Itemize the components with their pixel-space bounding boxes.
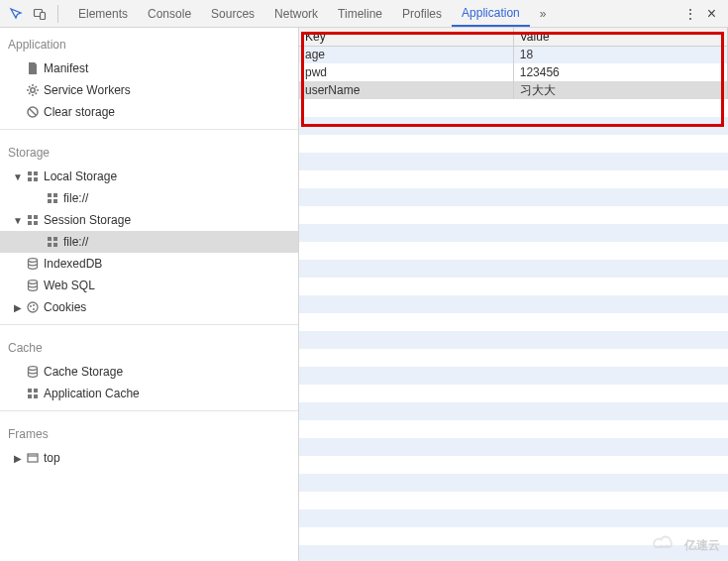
sidebar-item-local-storage[interactable]: ▼Local Storage (0, 166, 298, 187)
stripe-background (299, 28, 728, 561)
sidebar-item-label: IndexedDB (42, 257, 102, 271)
sidebar-item-label: top (42, 451, 60, 465)
sidebar-item-label: Session Storage (42, 213, 131, 227)
sidebar-item-application-cache[interactable]: Application Cache (0, 383, 298, 404)
grid-icon (44, 191, 61, 205)
cell-key[interactable]: userName (299, 81, 513, 99)
svg-point-26 (29, 367, 38, 371)
sidebar-item-label: file:// (61, 191, 88, 205)
separator (0, 410, 298, 411)
svg-rect-17 (53, 237, 57, 241)
db-icon (24, 257, 42, 271)
table-row[interactable]: userName习大大 (299, 81, 728, 99)
sidebar-item-cookies[interactable]: ▶Cookies (0, 296, 298, 318)
sidebar-item-label: Clear storage (42, 105, 115, 119)
sidebar-item-label: file:// (61, 235, 88, 249)
sidebar-item-web-sql[interactable]: Web SQL (0, 275, 298, 296)
tab-application[interactable]: Application (452, 0, 530, 27)
tab-network[interactable]: Network (264, 0, 328, 27)
inspect-element-icon[interactable] (6, 4, 26, 24)
svg-rect-29 (28, 394, 32, 398)
sidebar-group-header: Cache (0, 331, 298, 361)
table-row[interactable]: age18 (299, 46, 728, 63)
db-icon (24, 279, 42, 292)
grid-icon (24, 169, 42, 183)
svg-rect-5 (34, 171, 38, 175)
svg-point-22 (28, 302, 38, 312)
sidebar-item-session-storage[interactable]: ▼Session Storage (0, 209, 298, 231)
sidebar-item-file-[interactable]: file:// (0, 187, 298, 209)
tab-console[interactable]: Console (138, 0, 201, 27)
svg-point-24 (33, 304, 35, 306)
close-icon[interactable]: × (707, 5, 716, 23)
svg-rect-9 (53, 193, 57, 197)
sidebar-item-indexeddb[interactable]: IndexedDB (0, 253, 298, 275)
clear-icon (24, 105, 42, 119)
svg-rect-6 (28, 177, 32, 181)
svg-rect-4 (28, 171, 32, 175)
sidebar-item-label: Web SQL (42, 279, 95, 292)
sidebar-item-file-[interactable]: file:// (0, 231, 298, 253)
table-row[interactable]: pwd123456 (299, 63, 728, 81)
svg-rect-18 (48, 243, 52, 247)
separator (0, 129, 298, 130)
cookie-icon (24, 300, 42, 314)
svg-point-20 (29, 259, 38, 263)
sidebar-item-manifest[interactable]: Manifest (0, 57, 298, 79)
svg-point-23 (30, 305, 32, 307)
svg-rect-15 (34, 221, 38, 225)
tab-profiles[interactable]: Profiles (392, 0, 452, 27)
db-icon (24, 365, 42, 379)
separator (0, 324, 298, 325)
expand-arrow-icon[interactable]: ▼ (12, 215, 24, 226)
sidebar-item-clear-storage[interactable]: Clear storage (0, 101, 298, 123)
sidebar-item-label: Application Cache (42, 387, 140, 400)
panel-tabs: Elements Console Sources Network Timelin… (64, 0, 683, 27)
tabs-overflow[interactable]: » (530, 0, 557, 27)
tab-elements[interactable]: Elements (68, 0, 138, 27)
storage-table[interactable]: Key Value age18pwd123456userName习大大 (299, 28, 728, 99)
svg-rect-19 (53, 243, 57, 247)
application-sidebar: ApplicationManifestService WorkersClear … (0, 28, 299, 561)
cell-key[interactable]: age (299, 46, 513, 63)
sidebar-item-label: Service Workers (42, 83, 131, 97)
svg-rect-1 (41, 12, 46, 19)
grid-icon (24, 387, 42, 400)
sidebar-item-label: Cache Storage (42, 365, 123, 379)
toggle-device-icon[interactable] (30, 4, 50, 24)
svg-rect-27 (28, 389, 32, 393)
svg-rect-31 (28, 454, 38, 462)
svg-point-2 (31, 88, 35, 92)
cell-value[interactable]: 18 (513, 46, 727, 63)
separator (57, 5, 58, 23)
cell-key[interactable]: pwd (299, 63, 513, 81)
sidebar-group-header: Application (0, 28, 298, 57)
svg-rect-10 (48, 199, 52, 203)
manifest-icon (24, 61, 42, 75)
expand-arrow-icon[interactable]: ▼ (12, 171, 24, 182)
svg-rect-13 (34, 215, 38, 219)
col-key[interactable]: Key (299, 28, 513, 46)
svg-rect-30 (34, 394, 38, 398)
cell-value[interactable]: 习大大 (513, 81, 727, 99)
svg-rect-11 (53, 199, 57, 203)
grid-icon (44, 235, 61, 249)
sidebar-item-label: Manifest (42, 61, 88, 75)
sidebar-group-header: Frames (0, 417, 298, 447)
tab-sources[interactable]: Sources (201, 0, 264, 27)
menu-icon[interactable]: ⋮ (683, 6, 697, 22)
col-value[interactable]: Value (513, 28, 727, 46)
sidebar-group-header: Storage (0, 136, 298, 166)
frame-icon (24, 451, 42, 465)
sidebar-item-service-workers[interactable]: Service Workers (0, 79, 298, 101)
tab-timeline[interactable]: Timeline (328, 0, 392, 27)
svg-point-25 (33, 308, 35, 310)
expand-arrow-icon[interactable]: ▶ (12, 453, 24, 464)
svg-rect-14 (28, 221, 32, 225)
cell-value[interactable]: 123456 (513, 63, 727, 81)
gear-icon (24, 83, 42, 97)
sidebar-item-cache-storage[interactable]: Cache Storage (0, 361, 298, 383)
sidebar-item-label: Cookies (42, 300, 86, 314)
sidebar-item-top[interactable]: ▶top (0, 447, 298, 469)
expand-arrow-icon[interactable]: ▶ (12, 302, 24, 313)
